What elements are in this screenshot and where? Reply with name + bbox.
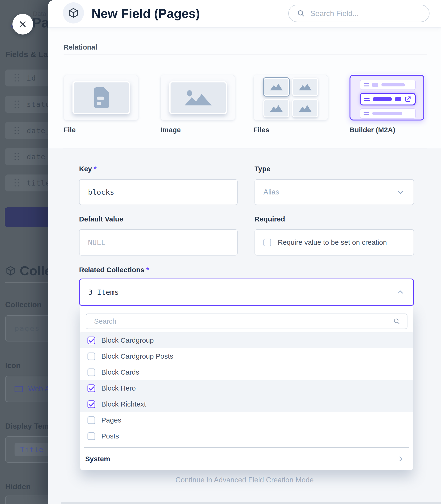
drag-handle-icon[interactable] <box>15 74 16 75</box>
field-row-label: date_ <box>27 153 48 161</box>
collection-search-input[interactable] <box>94 317 388 325</box>
default-value-input[interactable] <box>79 230 237 255</box>
system-label: System <box>85 455 110 463</box>
drawer-header: New Field (Pages) <box>48 0 441 27</box>
checkbox[interactable] <box>88 353 95 360</box>
file-icon <box>94 87 109 108</box>
drag-handle-icon <box>363 83 369 84</box>
field-row-date-1[interactable]: date_ <box>5 122 48 139</box>
mountains-icon <box>298 83 312 91</box>
type-select[interactable]: Alias <box>254 179 414 205</box>
background-page: Data M Pag Fields & Lay id statu date_ d… <box>0 0 48 504</box>
close-icon <box>18 19 28 29</box>
checkbox[interactable] <box>88 432 95 440</box>
field-type-picker: Relational File Image <box>48 28 441 149</box>
file-thumbnail <box>73 81 130 114</box>
field-search-input[interactable] <box>310 9 422 18</box>
field-row-label: title <box>27 179 48 187</box>
related-collections-select[interactable]: 3 Items <box>79 279 414 306</box>
field-row-id[interactable]: id <box>5 69 48 86</box>
field-row-status[interactable]: statu <box>5 96 48 113</box>
checkbox[interactable] <box>88 369 95 376</box>
card-label-builder-m2a: Builder (M2A) <box>349 126 395 134</box>
related-collections-label: Related Collections* <box>79 266 149 274</box>
option-block-cards[interactable]: Block Cards <box>80 364 413 380</box>
drag-handle-icon[interactable] <box>15 153 16 154</box>
type-card-file[interactable] <box>63 75 138 120</box>
key-field[interactable] <box>79 179 238 205</box>
image-icon <box>184 89 212 106</box>
checkbox[interactable] <box>88 416 95 424</box>
collection-option-list: Block Cardgroup Block Cardgroup Posts Bl… <box>80 332 413 444</box>
type-card-image[interactable] <box>160 75 235 120</box>
field-row-label: statu <box>27 100 48 108</box>
option-label: Block Hero <box>101 384 136 392</box>
divider <box>61 502 441 504</box>
collection-search-box[interactable] <box>86 314 408 329</box>
files-tiles <box>253 75 328 120</box>
option-pages[interactable]: Pages <box>80 412 413 428</box>
card-label-file: File <box>63 126 76 134</box>
checkbox[interactable] <box>88 336 95 344</box>
option-block-richtext[interactable]: Block Richtext <box>80 396 413 412</box>
drag-handle-icon[interactable] <box>15 127 16 128</box>
builder-rows <box>360 80 416 118</box>
collections-heading-label: Colle <box>20 263 48 278</box>
option-label: Pages <box>101 416 121 424</box>
field-row-label: date_ <box>27 127 48 135</box>
option-block-cardgroup-posts[interactable]: Block Cardgroup Posts <box>80 348 413 364</box>
drag-handle-icon[interactable] <box>15 179 16 180</box>
image-tile <box>263 78 289 96</box>
pill <box>372 83 378 87</box>
system-row[interactable]: System <box>80 448 413 470</box>
drag-handle-icon[interactable] <box>15 101 16 102</box>
option-label: Posts <box>101 432 119 440</box>
option-posts[interactable]: Posts <box>80 428 413 444</box>
required-mark: * <box>94 165 97 173</box>
field-row-date-2[interactable]: date_ <box>5 148 48 165</box>
field-search-box[interactable] <box>288 5 429 22</box>
field-row-label: id <box>27 74 36 82</box>
type-select-value: Alias <box>263 180 393 204</box>
box-icon <box>68 7 79 18</box>
collections-heading: Colle <box>5 263 48 278</box>
display-template-input[interactable]: Title <box>5 436 48 463</box>
key-input[interactable] <box>79 180 237 204</box>
collection-input[interactable]: pages <box>5 315 48 341</box>
field-row-title[interactable]: title <box>5 174 48 191</box>
pill <box>373 97 392 101</box>
advanced-mode-link[interactable]: Continue in Advanced Field Creation Mode <box>48 476 441 484</box>
search-icon <box>393 318 400 325</box>
close-button[interactable] <box>13 14 33 34</box>
checkbox[interactable] <box>88 385 95 392</box>
option-label: Block Cardgroup Posts <box>101 352 173 360</box>
card-label-files: Files <box>253 126 269 134</box>
collection-label: Collection <box>5 300 42 309</box>
web-asset-icon <box>15 386 23 392</box>
option-label: Block Richtext <box>101 400 146 408</box>
option-block-hero[interactable]: Block Hero <box>80 380 413 396</box>
image-tile <box>292 99 318 118</box>
type-card-files[interactable] <box>253 75 328 120</box>
type-card-builder-m2a[interactable] <box>349 75 424 120</box>
hidden-label: Hidden <box>5 482 31 491</box>
image-thumbnail <box>169 81 227 114</box>
create-field-button[interactable] <box>5 207 48 227</box>
required-field[interactable]: Require value to be set on creation <box>254 229 414 255</box>
box-icon <box>5 265 16 276</box>
related-collections-value: 3 Items <box>88 279 119 305</box>
option-label: Block Cardgroup <box>101 336 154 344</box>
collection-value: pages <box>15 324 40 333</box>
hidden-input[interactable] <box>5 496 48 504</box>
key-label: Key* <box>79 165 97 173</box>
icon-value: Web A <box>28 385 48 393</box>
default-value-field[interactable] <box>79 229 238 255</box>
divider <box>63 54 427 55</box>
icon-input[interactable]: Web A <box>5 376 48 402</box>
builder-row <box>360 80 416 90</box>
card-label-image: Image <box>160 126 181 134</box>
required-checkbox[interactable] <box>263 239 271 246</box>
option-block-cardgroup[interactable]: Block Cardgroup <box>80 332 413 348</box>
title-chip: Title <box>15 443 48 456</box>
checkbox[interactable] <box>88 401 95 408</box>
